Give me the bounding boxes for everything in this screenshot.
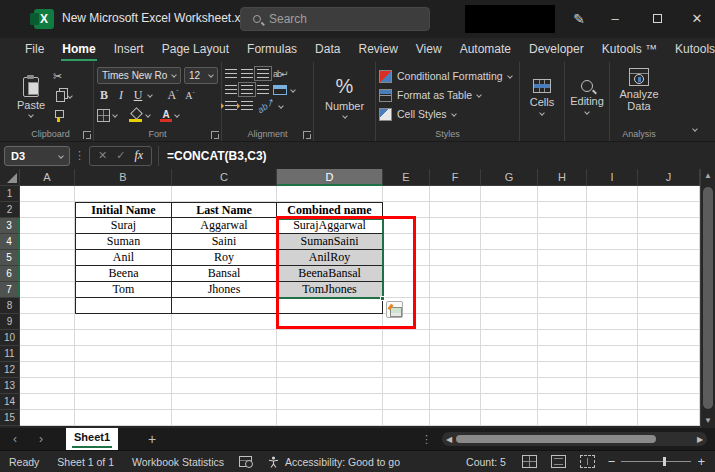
cell[interactable]: Anil (75, 250, 172, 266)
page-layout-view-icon[interactable] (551, 455, 566, 468)
accessibility-status[interactable]: Accessibility: Good to go (283, 456, 409, 468)
horizontal-scrollbar[interactable]: ◀ ▶ (442, 432, 707, 446)
status-sheet-info[interactable]: Sheet 1 of 1 (48, 456, 123, 468)
align-top-icon[interactable] (225, 69, 237, 78)
align-right-icon[interactable] (257, 85, 269, 94)
row-header-11[interactable]: 11 (0, 346, 20, 362)
ribbon-tab-kutools[interactable]: Kutools ™ (593, 38, 666, 62)
underline-menu-chevron[interactable] (147, 92, 153, 98)
borders-chevron[interactable] (112, 112, 118, 118)
cell[interactable]: Aggarwal (172, 218, 277, 234)
merge-chevron[interactable] (290, 87, 296, 93)
column-header-I[interactable]: I (587, 169, 638, 186)
ribbon-tab-formulas[interactable]: Formulas (238, 38, 306, 62)
align-center-icon[interactable] (241, 85, 253, 94)
format-as-table-button[interactable]: Format as Table (379, 87, 516, 103)
cell[interactable]: Suman (75, 234, 172, 250)
row-header-5[interactable]: 5 (0, 250, 20, 266)
workbook-statistics-button[interactable]: Workbook Statistics (123, 456, 233, 468)
cell[interactable] (75, 298, 172, 314)
increase-indent-icon[interactable] (241, 101, 253, 110)
align-left-icon[interactable] (225, 85, 237, 94)
select-all-corner[interactable] (0, 169, 20, 186)
zoom-slider-knob[interactable] (663, 457, 666, 466)
cell[interactable]: Last Name (172, 202, 277, 218)
ribbon-tab-view[interactable]: View (407, 38, 451, 62)
normal-view-icon[interactable] (522, 455, 537, 468)
add-sheet-button[interactable]: + (142, 431, 162, 447)
cell[interactable]: Jhones (172, 282, 277, 298)
analyze-data-button[interactable]: AnalyzeData Analysis (610, 62, 668, 141)
align-bottom-icon[interactable] (257, 69, 269, 78)
scroll-down-icon[interactable]: ▼ (701, 414, 715, 428)
ribbon-tab-kutools-plus[interactable]: Kutools Plus (666, 38, 715, 62)
format-painter-button[interactable] (53, 109, 72, 123)
cell[interactable]: Initial Name (75, 202, 172, 218)
number-group[interactable]: % Number (314, 62, 376, 141)
fill-color-chevron[interactable] (145, 112, 151, 118)
cut-button[interactable]: ✂ (53, 69, 72, 83)
insert-function-icon[interactable]: fx (134, 148, 143, 163)
tabbar-handle[interactable]: ⋮ (421, 433, 432, 446)
wrap-text-icon[interactable]: ab↵ (273, 69, 288, 79)
ribbon-tab-insert[interactable]: Insert (105, 38, 153, 62)
zoom-slider[interactable] (621, 461, 691, 462)
underline-button[interactable]: U (131, 88, 145, 103)
row-header-10[interactable]: 10 (0, 330, 20, 346)
orientation-chevron[interactable] (278, 103, 284, 109)
scroll-up-icon[interactable]: ▲ (701, 169, 715, 183)
formula-input[interactable]: =CONCAT(B3,C3) (158, 146, 709, 166)
cell-styles-button[interactable]: Cell Styles (379, 106, 516, 122)
horizontal-scroll-thumb[interactable] (456, 435, 656, 443)
ribbon-tab-automate[interactable]: Automate (451, 38, 520, 62)
cell[interactable]: Bansal (172, 266, 277, 282)
row-header-1[interactable]: 1 (0, 186, 20, 202)
column-header-A[interactable]: A (20, 169, 75, 186)
page-break-view-icon[interactable] (580, 455, 595, 468)
formula-bar-handle[interactable]: ⋮ (74, 149, 85, 162)
column-header-G[interactable]: G (481, 169, 538, 186)
borders-icon[interactable] (97, 109, 110, 122)
row-header-13[interactable]: 13 (0, 378, 20, 394)
ribbon-tab-home[interactable]: Home (53, 38, 104, 62)
row-header-4[interactable]: 4 (0, 234, 20, 250)
column-header-C[interactable]: C (172, 169, 277, 186)
quick-analysis-button[interactable] (386, 301, 403, 318)
bold-button[interactable]: B (97, 88, 111, 103)
cell[interactable]: Roy (172, 250, 277, 266)
ribbon-tab-page-layout[interactable]: Page Layout (153, 38, 238, 62)
copy-button[interactable] (53, 89, 72, 103)
editing-button[interactable]: Editing (565, 62, 610, 141)
row-header-12[interactable]: 12 (0, 362, 20, 378)
cell[interactable]: Saini (172, 234, 277, 250)
enter-icon[interactable]: ✓ (116, 149, 125, 162)
zoom-in-button[interactable]: + (697, 454, 705, 469)
orientation-icon[interactable]: ab↗ (256, 96, 276, 114)
percent-style-icon[interactable]: % (336, 75, 354, 98)
clipboard-dialog-launcher[interactable] (83, 131, 91, 139)
zoom-out-button[interactable]: − (608, 454, 616, 469)
ribbon-tab-file[interactable]: File (16, 38, 53, 62)
row-header-14[interactable]: 14 (0, 394, 20, 410)
cell[interactable]: Suraj (75, 218, 172, 234)
next-sheet-icon[interactable]: › (30, 432, 52, 446)
name-box[interactable]: D3 (4, 146, 70, 166)
close-button[interactable]: ✕ (680, 0, 714, 38)
cells-button[interactable]: Cells (520, 62, 565, 141)
ribbon-tab-review[interactable]: Review (349, 38, 406, 62)
row-header-8[interactable]: 8 (0, 298, 20, 314)
tab-sheet1[interactable]: Sheet1 (66, 428, 118, 450)
column-header-B[interactable]: B (75, 169, 172, 186)
column-header-D[interactable]: D (277, 169, 383, 186)
collapse-ribbon-chevron[interactable] (693, 117, 697, 135)
column-header-H[interactable]: H (538, 169, 587, 186)
ribbon-tab-data[interactable]: Data (306, 38, 349, 62)
fill-color-icon[interactable] (129, 109, 143, 122)
font-color-chevron[interactable] (174, 112, 180, 118)
row-header-15[interactable]: 15 (0, 410, 20, 426)
macro-record-icon[interactable] (239, 456, 252, 467)
row-header-9[interactable]: 9 (0, 314, 20, 330)
minimize-button[interactable]: – (598, 0, 632, 38)
align-middle-icon[interactable] (241, 69, 253, 78)
column-header-E[interactable]: E (383, 169, 430, 186)
